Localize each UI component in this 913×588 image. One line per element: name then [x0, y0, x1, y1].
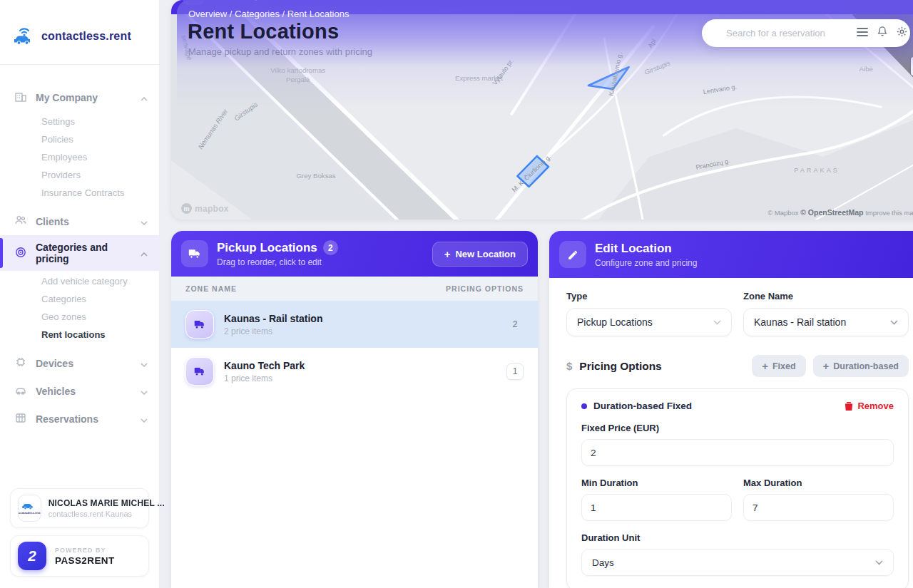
edit-panel-body: Type Pickup Locations Zone Name Kaunas -…	[549, 278, 913, 588]
pencil-icon	[559, 241, 586, 268]
edit-location-panel: Edit Location Configure zone and pricing…	[549, 231, 913, 588]
sidebar-footer: contactless.rent NICOLAS MARIE MICHEL ..…	[0, 481, 159, 588]
sidebar-subitem-rent-locations[interactable]: Rent locations	[41, 326, 159, 344]
pass2rent-icon: 2	[18, 542, 46, 570]
chevron-down-icon	[141, 358, 148, 369]
plus-icon: +	[762, 361, 768, 371]
sidebar-item-clients[interactable]: Clients	[0, 207, 159, 235]
breadcrumb[interactable]: Overview / Categories / Rent Locations	[188, 9, 349, 19]
chevron-up-icon	[141, 92, 148, 103]
pickup-panel-subtitle: Drag to reorder, click to edit	[217, 257, 338, 267]
min-duration-label: Min Duration	[581, 478, 732, 488]
vehicles-icon	[14, 383, 27, 398]
zone-name-label: Zone Name	[743, 291, 909, 301]
fixed-price-label: Fixed Price (EUR)	[581, 423, 894, 433]
main-content: Zone Map	[160, 0, 913, 588]
pricing-option-card: Duration-based Fixed Remove Fixed Price …	[566, 388, 909, 588]
dollar-icon: $	[566, 360, 572, 372]
user-org: contactless.rent Kaunas	[49, 510, 165, 518]
column-pricing-options: PRICING OPTIONS	[446, 284, 524, 293]
sidebar-item-devices[interactable]: Devices	[0, 349, 159, 377]
truck-icon	[185, 357, 214, 386]
content-row: Pickup Locations 2 Drag to reorder, clic…	[171, 231, 913, 588]
car-signal-logo-icon	[13, 24, 37, 48]
truck-icon	[185, 310, 214, 339]
new-location-button[interactable]: + New Location	[432, 242, 528, 267]
min-duration-input[interactable]	[581, 494, 732, 521]
sidebar-subitem-geo-zones[interactable]: Geo zones	[41, 308, 159, 326]
pickup-panel-header: Pickup Locations 2 Drag to reorder, clic…	[171, 231, 538, 277]
mapbox-logo-text: mapbox	[195, 204, 229, 214]
chevron-down-icon	[141, 386, 148, 397]
max-duration-label: Max Duration	[743, 478, 894, 488]
chevron-down-icon	[141, 413, 148, 425]
sidebar-subitem-settings[interactable]: Settings	[41, 113, 159, 130]
type-select[interactable]: Pickup Locations	[566, 308, 732, 336]
edit-panel-header: Edit Location Configure zone and pricing	[549, 231, 913, 278]
edit-panel-subtitle: Configure zone and pricing	[595, 258, 697, 268]
map-label: PARAKAS	[794, 167, 840, 174]
truck-icon	[181, 240, 208, 267]
sidebar-item-categories-and-pricing[interactable]: Categories and pricing	[0, 235, 159, 271]
max-duration-input[interactable]	[743, 494, 894, 521]
sidebar-subitem-policies[interactable]: Policies	[41, 130, 159, 148]
table-header: ZONE NAME PRICING OPTIONS	[171, 277, 538, 301]
table-row[interactable]: Kaunas - Rail station 2 price items 2	[171, 301, 538, 348]
menu-icon[interactable]	[856, 27, 869, 40]
reservations-icon	[14, 411, 27, 426]
chevron-down-icon	[713, 320, 721, 325]
devices-icon	[14, 356, 27, 371]
zone-rows: Kaunas - Rail station 2 price items 2 Ka…	[171, 301, 538, 588]
add-duration-based-button[interactable]: + Duration-based	[813, 355, 909, 377]
sidebar-item-vehicles[interactable]: Vehicles	[0, 377, 159, 405]
sidebar-subitem-employees[interactable]: Employees	[41, 148, 159, 166]
type-label: Type	[566, 291, 732, 301]
company-icon	[14, 90, 27, 105]
table-row[interactable]: Kauno Tech Park 1 price items 1	[171, 348, 538, 395]
zone-name: Kaunas - Rail station	[224, 313, 322, 324]
mapbox-attribution-link[interactable]: © Mapbox	[767, 209, 798, 217]
osm-attribution-link[interactable]: © OpenStreetMap	[800, 208, 863, 217]
sidebar-item-my-company[interactable]: My Company	[0, 83, 159, 111]
brand-name: contactless.rent	[41, 30, 131, 43]
sidebar: contactless.rent My Company Settings Pol…	[0, 0, 160, 588]
improve-map-link[interactable]: Improve this map	[865, 209, 913, 217]
clients-icon	[14, 214, 27, 229]
map-label: Grey Boksas	[296, 172, 335, 180]
remove-button[interactable]: Remove	[845, 401, 894, 411]
mapbox-logo[interactable]: m mapbox	[181, 203, 229, 214]
sidebar-subitem-providers[interactable]: Providers	[41, 166, 159, 184]
topbar: NH	[702, 19, 910, 47]
map-icon	[183, 0, 204, 5]
chevron-down-icon	[141, 216, 148, 227]
gear-icon[interactable]	[896, 26, 908, 41]
duration-unit-select[interactable]: Days	[581, 549, 894, 576]
pricing-option-title: Duration-based Fixed	[593, 401, 692, 411]
brand-logo[interactable]: contactless.rent	[0, 0, 159, 65]
edit-panel-title: Edit Location	[595, 242, 697, 256]
powered-by-name: PASS2RENT	[55, 555, 115, 566]
user-card[interactable]: contactless.rent NICOLAS MARIE MICHEL ..…	[10, 488, 149, 528]
sidebar-item-reservations[interactable]: Reservations	[0, 405, 159, 433]
bullet-dot-icon	[581, 403, 587, 409]
sidebar-subitem-add-vehicle-category[interactable]: Add vehicle category	[41, 272, 159, 290]
my-company-sublist: Settings Policies Employees Providers In…	[0, 111, 159, 207]
sidebar-subitem-insurance-contracts[interactable]: Insurance Contracts	[41, 184, 159, 202]
categories-icon	[14, 246, 27, 261]
user-name: NICOLAS MARIE MICHEL ...	[49, 498, 165, 508]
add-fixed-button[interactable]: + Fixed	[752, 355, 805, 377]
chevron-down-icon	[890, 320, 898, 325]
powered-by-card[interactable]: 2 POWERED BY PASS2RENT	[10, 535, 149, 577]
map-label: Vilko kartodromas	[270, 66, 325, 74]
plus-icon: +	[444, 249, 451, 259]
zone-name: Kauno Tech Park	[224, 360, 305, 371]
pricing-options-badge: 2	[506, 316, 524, 333]
zone-price-items: 2 price items	[224, 326, 322, 336]
bell-icon[interactable]	[877, 26, 888, 41]
fixed-price-input[interactable]	[581, 439, 894, 466]
search-input[interactable]	[702, 19, 856, 47]
zone-price-items: 1 price items	[224, 373, 305, 383]
sidebar-subitem-categories[interactable]: Categories	[41, 290, 159, 308]
map-label: Aibė	[860, 65, 873, 73]
zone-name-select[interactable]: Kaunas - Rail station	[743, 308, 909, 336]
